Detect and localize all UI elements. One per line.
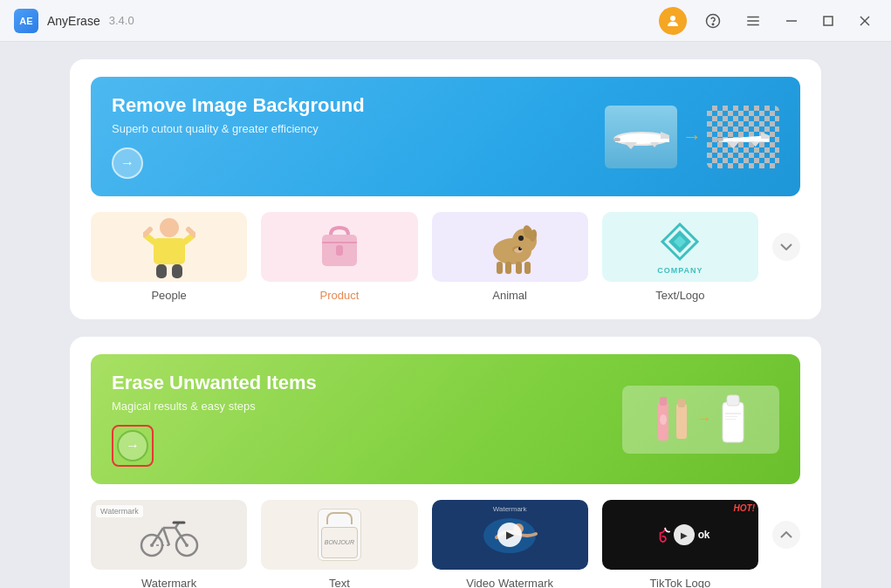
- svg-rect-29: [172, 264, 182, 278]
- svg-marker-19: [727, 141, 739, 148]
- svg-rect-42: [524, 262, 531, 274]
- collapse-button[interactable]: [772, 521, 800, 549]
- remove-bg-text: Remove Image Background Superb cutout qu…: [112, 94, 365, 179]
- erase-banner: Erase Unwanted Items Magical results & e…: [91, 354, 800, 484]
- erase-title: Erase Unwanted Items: [112, 372, 317, 394]
- titlebar-left: AE AnyErase 3.4.0: [14, 9, 134, 33]
- remove-bg-subtitle: Superb cutout quality & greater efficien…: [112, 122, 365, 135]
- svg-rect-58: [725, 419, 736, 420]
- category-animal[interactable]: Animal: [432, 212, 588, 302]
- category-animal-label: Animal: [492, 289, 527, 302]
- svg-line-66: [163, 528, 169, 545]
- highlight-box: →: [112, 425, 154, 467]
- svg-rect-7: [824, 17, 833, 25]
- svg-line-27: [188, 229, 194, 235]
- app-logo: AE: [14, 9, 38, 33]
- main-content: Remove Image Background Superb cutout qu…: [0, 42, 891, 588]
- svg-marker-14: [624, 142, 637, 149]
- category-people-thumb: [91, 212, 247, 282]
- svg-point-36: [518, 236, 524, 241]
- erase-video[interactable]: Watermark ▶ Video Watermark: [432, 500, 588, 588]
- svg-rect-53: [678, 399, 685, 407]
- svg-rect-55: [727, 395, 739, 406]
- svg-point-2: [712, 24, 714, 25]
- svg-point-0: [670, 16, 675, 21]
- erase-image: →: [622, 386, 779, 454]
- avatar-icon[interactable]: [659, 7, 687, 35]
- close-button[interactable]: [853, 9, 877, 33]
- erase-watermark-thumb: Watermark: [91, 500, 247, 570]
- category-textlogo-label: Text/Logo: [655, 289, 704, 302]
- erase-subtitle: Magical results & easy steps: [112, 400, 317, 413]
- category-product[interactable]: Product: [261, 212, 417, 302]
- svg-line-26: [145, 229, 150, 235]
- category-product-thumb: [261, 212, 417, 282]
- category-textlogo[interactable]: COMPANY Text/Logo: [602, 212, 758, 302]
- remove-bg-card: Remove Image Background Superb cutout qu…: [70, 59, 821, 319]
- remove-bg-image: →: [605, 102, 779, 172]
- titlebar-right: [659, 7, 877, 35]
- tiktok-play: ▶: [674, 524, 695, 545]
- titlebar: AE AnyErase 3.4.0: [0, 0, 891, 42]
- expand-button[interactable]: [772, 233, 800, 261]
- category-textlogo-thumb: COMPANY: [602, 212, 758, 282]
- bonjour-bag: BONJOUR: [318, 509, 361, 561]
- erase-categories-grid: Watermark: [91, 500, 800, 588]
- company-logo: COMPANY: [657, 220, 703, 275]
- remove-categories-grid: People Product: [91, 212, 800, 302]
- erase-watermark[interactable]: Watermark: [91, 500, 247, 588]
- category-animal-thumb: [432, 212, 588, 282]
- svg-marker-20: [751, 141, 759, 147]
- svg-rect-56: [725, 413, 741, 414]
- erase-text[interactable]: BONJOUR Text: [261, 500, 417, 588]
- erase-tiktok[interactable]: HOT! ▶ ok TikTok Logo: [602, 500, 758, 588]
- remove-bg-banner: Remove Image Background Superb cutout qu…: [91, 77, 800, 196]
- erase-video-thumb: Watermark ▶: [432, 500, 588, 570]
- category-people-label: People: [151, 289, 186, 302]
- svg-rect-41: [516, 262, 522, 274]
- erase-watermark-label: Watermark: [141, 577, 196, 588]
- svg-rect-32: [336, 245, 343, 256]
- maximize-button[interactable]: [816, 9, 840, 33]
- hot-badge: HOT!: [734, 503, 755, 513]
- menu-icon[interactable]: [739, 7, 767, 35]
- remove-bg-arrow-button[interactable]: →: [112, 147, 143, 179]
- help-icon[interactable]: [699, 7, 727, 35]
- minimize-button[interactable]: [779, 9, 804, 33]
- erase-text-thumb: BONJOUR: [261, 500, 417, 570]
- svg-rect-54: [723, 402, 744, 442]
- erase-tiktok-label: TikTok Logo: [650, 577, 711, 588]
- erase-text-label: Text: [329, 577, 350, 588]
- svg-rect-28: [156, 264, 167, 278]
- watermark-badge: Watermark: [96, 505, 143, 517]
- svg-rect-21: [717, 137, 724, 140]
- app-version: 3.4.0: [109, 14, 134, 27]
- svg-rect-57: [725, 416, 737, 417]
- erase-arrow-button[interactable]: →: [117, 430, 148, 462]
- svg-rect-52: [676, 404, 687, 439]
- svg-rect-16: [613, 138, 620, 141]
- svg-rect-40: [505, 262, 511, 274]
- svg-rect-39: [497, 262, 503, 274]
- remove-bg-title: Remove Image Background: [112, 94, 365, 117]
- svg-marker-18: [761, 132, 769, 139]
- erase-video-label: Video Watermark: [466, 577, 553, 588]
- erase-text: Erase Unwanted Items Magical results & e…: [112, 372, 317, 467]
- svg-point-22: [160, 218, 179, 237]
- app-title: AnyErase: [47, 14, 100, 28]
- category-people[interactable]: People: [91, 212, 247, 302]
- bonjour-text: BONJOUR: [325, 539, 354, 545]
- erase-card: Erase Unwanted Items Magical results & e…: [70, 337, 821, 588]
- erase-tiktok-thumb: HOT! ▶ ok: [602, 500, 758, 570]
- svg-point-51: [660, 414, 667, 425]
- svg-rect-23: [154, 238, 185, 264]
- svg-point-45: [520, 247, 522, 249]
- svg-rect-31: [322, 242, 357, 243]
- play-button[interactable]: ▶: [497, 523, 522, 547]
- category-product-label: Product: [319, 289, 359, 302]
- svg-marker-13: [661, 132, 669, 139]
- svg-rect-50: [660, 397, 667, 406]
